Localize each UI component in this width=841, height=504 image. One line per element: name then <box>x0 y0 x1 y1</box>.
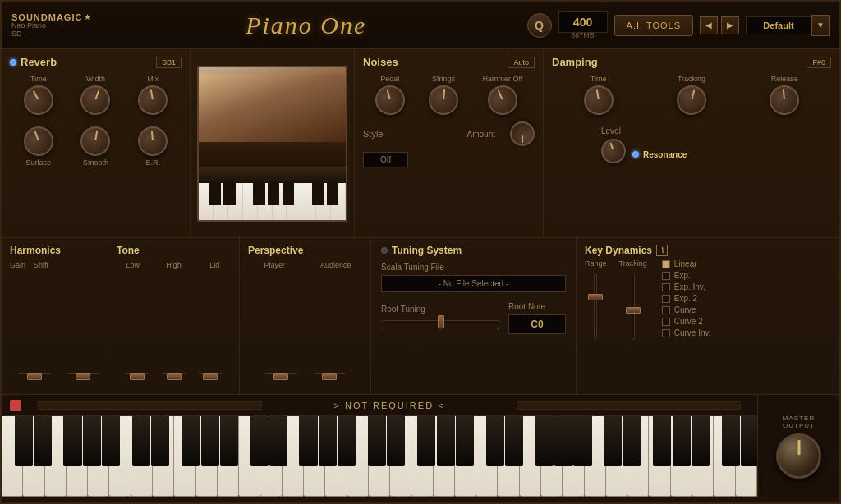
noises-strings-knob[interactable] <box>428 84 460 116</box>
tone-low-thumb[interactable] <box>130 373 145 380</box>
reverb-knobs-row1: Time Width Mix <box>10 75 182 115</box>
piano-key-b28[interactable] <box>653 416 671 466</box>
keydyn-linear-label: Linear <box>674 259 697 268</box>
keydyn-curve2-checkbox[interactable] <box>662 318 670 326</box>
harmonics-shift-thumb[interactable] <box>76 373 90 380</box>
preset-display[interactable]: Default <box>746 16 811 34</box>
rec-button[interactable] <box>10 400 21 411</box>
harmonics-shift-fader[interactable] <box>67 373 100 374</box>
style-off-button[interactable]: Off <box>363 152 408 167</box>
tone-high-thumb[interactable] <box>167 373 182 380</box>
piano-key-b15[interactable] <box>338 416 356 466</box>
perspective-audience-fader[interactable] <box>314 373 347 374</box>
keydyn-curve-checkbox[interactable] <box>662 306 670 314</box>
tone-lid-thumb[interactable] <box>203 373 218 380</box>
bk5 <box>283 183 294 206</box>
ai-tools-button[interactable]: A.I. TOOLS <box>614 15 693 36</box>
tempo-display[interactable]: 400 <box>558 11 608 33</box>
keydyn-linear-checkbox[interactable] <box>662 260 670 268</box>
damping-level-knob[interactable] <box>598 135 629 167</box>
tone-low-fader[interactable] <box>125 373 149 374</box>
piano-key-b11[interactable] <box>250 416 269 466</box>
piano-key-b4[interactable] <box>83 416 101 466</box>
reverb-smooth-knob[interactable] <box>79 124 113 158</box>
piano-key-b24[interactable] <box>554 416 572 466</box>
style-amount-knob[interactable] <box>510 121 535 146</box>
piano-key-b25[interactable] <box>573 416 591 466</box>
tone-lid-fader[interactable] <box>198 373 223 374</box>
piano-key-b17[interactable] <box>387 416 405 466</box>
keydyn-range-fader[interactable] <box>594 273 597 340</box>
noises-pedal-knob[interactable] <box>372 82 408 118</box>
harmonics-gain-thumb[interactable] <box>27 373 42 380</box>
piano-key-b5[interactable] <box>102 416 120 466</box>
reverb-time-knob[interactable] <box>18 80 58 120</box>
piano-key-b20[interactable] <box>456 416 474 466</box>
keydyn-exp-inv-checkbox[interactable] <box>662 283 670 291</box>
keydyn-tracking-thumb[interactable] <box>626 307 641 314</box>
keydynamics-title: Key Dynamics ⧷ <box>585 245 831 256</box>
perspective-player-fader[interactable] <box>264 373 297 374</box>
piano-key-b27[interactable] <box>623 416 641 466</box>
reverb-led[interactable] <box>10 59 16 66</box>
tone-high-fader[interactable] <box>162 373 186 374</box>
damping-tracking-knob[interactable] <box>673 82 710 118</box>
damping-tag[interactable]: F#6 <box>807 57 831 68</box>
piano-key-b21[interactable] <box>486 416 504 466</box>
noises-tag[interactable]: Auto <box>508 57 535 68</box>
piano-key-b2[interactable] <box>34 416 52 466</box>
piano-key-b10[interactable] <box>220 416 238 466</box>
perspective-audience-thumb[interactable] <box>322 373 337 380</box>
no-file-button[interactable]: - No File Selected - <box>381 275 566 292</box>
keydyn-curve-inv-checkbox[interactable] <box>662 329 670 337</box>
nav-left-button[interactable]: ◀ <box>700 16 718 34</box>
reverb-surface-knob[interactable] <box>20 122 57 160</box>
root-note-display[interactable]: C0 <box>508 314 566 334</box>
header: SOUNDMAGIC ★ Neo Piano SD Piano One Q 40… <box>2 2 839 49</box>
piano-key-b29[interactable] <box>673 416 691 466</box>
damping-release-knob[interactable] <box>769 84 801 116</box>
master-output-knob[interactable] <box>776 433 821 479</box>
keydyn-tracking-fader[interactable] <box>632 273 635 340</box>
q-button[interactable]: Q <box>527 13 552 38</box>
perspective-player-thumb[interactable] <box>273 373 288 380</box>
damping-time-knob[interactable] <box>581 83 616 117</box>
piano-key-b3[interactable] <box>63 416 81 466</box>
piano-key-b31[interactable] <box>722 416 740 466</box>
noises-hammer-knob[interactable] <box>483 80 522 120</box>
piano-key-b18[interactable] <box>417 416 435 466</box>
piano-key-b22[interactable] <box>505 416 523 466</box>
keyboard-range-bar-2[interactable] <box>517 401 741 410</box>
resonance-led[interactable] <box>632 151 639 158</box>
piano-key-b26[interactable] <box>604 416 622 466</box>
keydyn-exp2-checkbox[interactable] <box>662 295 670 303</box>
keydyn-faders-area: Range Tracking <box>585 259 647 340</box>
piano-key-b6[interactable] <box>132 416 150 466</box>
piano-key-b19[interactable] <box>437 416 455 466</box>
piano-key-b8[interactable] <box>182 416 200 466</box>
harmonics-gain-fader[interactable] <box>18 373 51 374</box>
piano-key-b9[interactable] <box>201 416 219 466</box>
preset-dropdown-arrow[interactable]: ▼ <box>811 15 830 36</box>
piano-key-b32[interactable] <box>741 416 757 466</box>
piano-key-b16[interactable] <box>368 416 386 466</box>
nav-right-button[interactable]: ▶ <box>721 16 739 34</box>
piano-key-b30[interactable] <box>692 416 710 466</box>
piano-key-b13[interactable] <box>299 416 317 466</box>
reverb-er-knob[interactable] <box>137 125 169 157</box>
reverb-tag[interactable]: SB1 <box>156 57 182 68</box>
keyboard-range-bar[interactable] <box>38 401 262 410</box>
reverb-width-knob[interactable] <box>76 81 114 119</box>
keydyn-range-thumb[interactable] <box>588 294 603 300</box>
piano-key-b7[interactable] <box>151 416 169 466</box>
piano-key-b1[interactable] <box>15 416 33 466</box>
tone-section: Tone Low High Lid <box>108 238 240 394</box>
root-tuning-slider[interactable] <box>381 320 500 323</box>
piano-key-b14[interactable] <box>319 416 337 466</box>
tuning-led[interactable] <box>381 247 388 254</box>
keydyn-exp-checkbox[interactable] <box>662 272 670 280</box>
piano-key-b12[interactable] <box>269 416 287 466</box>
reverb-mix-knob[interactable] <box>136 83 170 117</box>
piano-key-b23[interactable] <box>535 416 554 466</box>
root-tuning-thumb[interactable] <box>438 315 444 328</box>
